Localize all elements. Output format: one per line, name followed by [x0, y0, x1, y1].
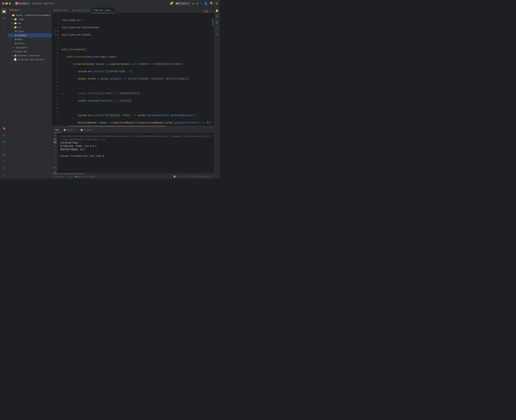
code-content[interactable]: import java.io.*; import java.net.Server…: [60, 13, 212, 126]
tree-item-src[interactable]: ▾ 📁 src: [8, 25, 52, 29]
status-indent[interactable]: 4 spaces: [200, 175, 209, 178]
bottom-tab-server[interactable]: Server ✕: [62, 128, 78, 133]
code-line-12: socket.setKeepAlive(true); // 设置长连接: [61, 99, 212, 103]
sidebar-icon-run[interactable]: ▶: [1, 138, 7, 144]
run-trash-icon[interactable]: 🗑: [53, 170, 57, 173]
tree-item-scratches[interactable]: ▶ 📝 Scratches and Consoles: [8, 58, 52, 61]
status-git-icon-area[interactable]: ⎇: [177, 175, 179, 178]
tab-client-icon: [73, 10, 74, 11]
status-time[interactable]: 17:51: [181, 175, 187, 178]
line-19: 19: [52, 81, 59, 84]
status-main[interactable]: ⊙ main: [89, 175, 96, 178]
tree-item-out[interactable]: ▶ 📁 out: [8, 21, 52, 25]
status-src[interactable]: src: [68, 175, 71, 178]
client-tab-close-icon[interactable]: ✕: [92, 129, 93, 131]
console-line-3: 接收到客户端数据：null: [60, 148, 212, 151]
project-icon: S: [15, 2, 18, 5]
minimize-button[interactable]: [6, 2, 8, 5]
gitignore-icon: ⊘: [13, 46, 14, 49]
vertical-scrollbar[interactable]: [212, 13, 214, 126]
run-button[interactable]: ▶: [193, 2, 194, 5]
sidebar-icon-structure[interactable]: ⊞: [1, 15, 7, 21]
status-encoding[interactable]: LF UTF-8: [188, 175, 198, 178]
main-status-icon: ⊙: [89, 175, 90, 178]
tree-src-label: src: [18, 26, 22, 29]
console-output: /Users/eve/Library/Java/JavaVirtualMachi…: [58, 133, 214, 173]
tab-client-java[interactable]: Client.java: [70, 8, 91, 13]
tree-item-root[interactable]: ▾ 📁 Socket ~/Desktop/CS/JavaWeb/C: [8, 13, 52, 17]
run-screenshot-icon[interactable]: 📷: [53, 141, 57, 143]
console-line-1: 正在等待客户连接...: [60, 141, 212, 144]
console-line-2: 客户端已连接，IP地址：127.0.0.1: [60, 144, 212, 148]
tree-item-idea[interactable]: ▶ 📁 .idea: [8, 17, 52, 21]
v-badge: V: [173, 176, 176, 178]
tree-item-server[interactable]: Server: [8, 41, 52, 45]
tree-item-gitignore[interactable]: ⊘ .gitignore: [8, 45, 52, 49]
sidebar-icon-layout[interactable]: ⊡: [1, 132, 7, 138]
search-icon[interactable]: 🔍: [210, 2, 214, 5]
line-2: 2: [52, 18, 59, 22]
tab-more-icon[interactable]: ⋯: [211, 10, 212, 13]
settings-icon[interactable]: ⚙: [216, 2, 217, 5]
line-25: 25: [52, 103, 59, 106]
right-icon-db[interactable]: 🗄: [215, 14, 219, 19]
run-restart-icon[interactable]: ↺: [53, 134, 57, 137]
sidebar-icon-up[interactable]: ↑: [1, 145, 7, 151]
debug-button[interactable]: ⚙: [196, 2, 198, 5]
tree-item-ext-libs[interactable]: ▶ 📚 External Libraries: [8, 53, 52, 58]
version-control-selector[interactable]: Version control ▾: [32, 2, 54, 5]
tab-menu-icon[interactable]: ⌄: [209, 10, 210, 13]
sidebar-icon-settings[interactable]: ⚙: [1, 152, 7, 158]
server-tab-label: Server: [67, 129, 74, 131]
line-4: 4: [52, 26, 59, 29]
right-icon-notifications[interactable]: 🔔: [215, 8, 219, 13]
run-config[interactable]: Client ▾: [175, 2, 190, 5]
tab-server-java[interactable]: Server.java ✕: [91, 8, 115, 13]
sidebar-icon-arrow-out[interactable]: ↗: [1, 158, 7, 164]
more-button[interactable]: ⋯: [200, 2, 202, 5]
line-12: 12: [52, 55, 59, 59]
project-selector[interactable]: S Socket ▾: [14, 2, 30, 5]
tab-server-close-icon[interactable]: ✕: [111, 9, 112, 11]
sidebar-icon-folder[interactable]: 📁: [1, 8, 7, 14]
server-dot-icon: [15, 43, 16, 44]
sidebar-icon-info[interactable]: ℹ: [1, 165, 7, 171]
notifications-icon[interactable]: 🔔1: [170, 2, 173, 5]
tree-item-client2[interactable]: Client2: [8, 33, 52, 37]
line-24: 24: [52, 99, 59, 103]
run-more-icon[interactable]: ⋯: [53, 151, 57, 154]
tree-item-iml[interactable]: ⊙ Socket.iml: [8, 49, 52, 53]
status-branch[interactable]: ⎇ Socket: [53, 175, 64, 178]
right-icon-plugin1[interactable]: ◉: [215, 20, 219, 24]
tree-item-main[interactable]: Main: [8, 37, 52, 41]
tab-main-java[interactable]: Main.java: [52, 8, 70, 13]
right-icon-copilot[interactable]: ⊕: [215, 32, 219, 36]
sidebar-icon-bookmark[interactable]: 🔖: [1, 125, 7, 131]
status-expand-icon[interactable]: ⤢: [211, 175, 212, 178]
maximize-button[interactable]: [9, 2, 11, 5]
status-server[interactable]: Server: [76, 175, 85, 178]
run-forward-icon[interactable]: →: [53, 148, 57, 150]
bottom-tab-client[interactable]: Client ✕: [79, 128, 95, 133]
sidebar-icon-ai[interactable]: ✦: [1, 171, 7, 177]
bottom-tab-run[interactable]: Run: [53, 128, 61, 133]
sidebar-icon-dots[interactable]: ⋯: [1, 24, 7, 30]
tree-idea-label: .idea: [18, 18, 24, 21]
code-line-8: System.out.println("正在等待客户连接...");: [61, 70, 212, 73]
run-down-icon[interactable]: ↓: [53, 160, 57, 164]
project-name: Socket: [19, 2, 27, 5]
run-up-icon[interactable]: ↑: [53, 155, 57, 159]
server-tab-close-icon[interactable]: ✕: [75, 129, 76, 131]
status-src-label: src: [68, 175, 71, 178]
right-icon-ai[interactable]: ✦: [215, 26, 219, 30]
run-filter-icon[interactable]: ⊞: [53, 165, 57, 169]
sidebar-icons: 📁 ⊞ ⋯ 🔖 ⊡ ▶ ↑ ⚙ ↗ ℹ ✦: [0, 7, 8, 179]
tree-item-client[interactable]: Client: [8, 29, 52, 33]
status-v[interactable]: V: [173, 176, 176, 178]
main-dot-icon: [15, 39, 16, 40]
user-icon[interactable]: 👤: [204, 2, 208, 5]
run-stop-icon[interactable]: ■: [53, 137, 57, 140]
tab-main-icon: [54, 10, 55, 11]
close-button[interactable]: [2, 2, 4, 5]
run-settings-icon[interactable]: ⚙: [53, 144, 57, 147]
